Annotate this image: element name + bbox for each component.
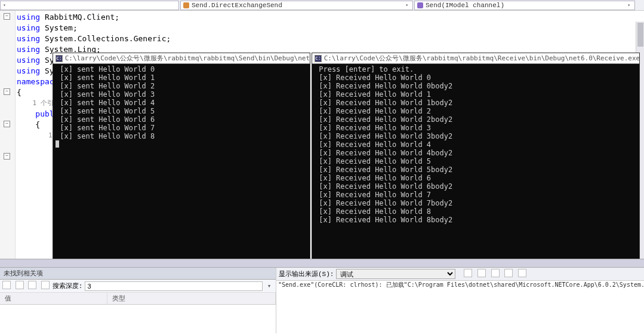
- tool-icon[interactable]: [41, 281, 50, 289]
- output-source-select[interactable]: 调试: [336, 269, 455, 279]
- console-icon: c:: [56, 55, 63, 62]
- gutter: − − − −: [0, 11, 16, 268]
- tool-icon[interactable]: [491, 269, 500, 277]
- tool-icon[interactable]: [2, 281, 11, 289]
- console-icon: c:: [315, 55, 322, 62]
- console-body[interactable]: Press [enter] to exit. [x] Received Hell…: [312, 64, 639, 225]
- method-icon: [417, 2, 423, 8]
- status-strip: [0, 259, 644, 268]
- bottom-panels: 未找到相关项 搜索深度: ▾ 值 类型 显示输出来源(S): 调试: [0, 268, 644, 333]
- dropdown-arrow-icon[interactable]: ▾: [265, 282, 273, 290]
- breadcrumb-bar: ▾ Send.DirectExchangeSend ▾ Send(IModel …: [0, 0, 644, 11]
- chevron-down-icon: ▾: [3, 2, 6, 8]
- tool-icon[interactable]: [518, 269, 526, 277]
- code-text: System;: [40, 23, 78, 32]
- grid-body[interactable]: [0, 305, 276, 333]
- scrollbar-thumb[interactable]: [637, 23, 643, 47]
- fold-icon[interactable]: −: [4, 13, 10, 20]
- chevron-down-icon: ▾: [405, 2, 408, 8]
- search-depth-input[interactable]: [85, 281, 263, 291]
- tool-icon[interactable]: [504, 269, 513, 277]
- console-send: c: C:\larry\Code\公众号\微服务\rabbitmq\rabbit…: [53, 53, 310, 277]
- tool-icon[interactable]: [464, 269, 472, 277]
- keyword: using: [17, 66, 40, 75]
- chevron-down-icon: ▾: [627, 2, 630, 8]
- output-tool-icons: [463, 269, 526, 279]
- search-tool-icons: [2, 281, 50, 291]
- column-header-value[interactable]: 值: [0, 293, 107, 304]
- code-text: System.Collections.Generic;: [40, 34, 171, 43]
- fold-icon[interactable]: −: [4, 121, 10, 127]
- tool-icon[interactable]: [477, 269, 486, 277]
- nav-scope-dropdown[interactable]: ▾: [0, 1, 179, 10]
- console-title-text: C:\larry\Code\公众号\微服务\rabbitmq\rabbitmq\…: [65, 54, 310, 63]
- output-panel: 显示输出来源(S): 调试 "Send.exe"(CoreCLR: clrhos…: [276, 268, 644, 333]
- console-receive: c: C:\larry\Code\公众号\微服务\rabbitmq\rabbit…: [312, 53, 640, 277]
- nav-class-value: Send.DirectExchangeSend: [192, 2, 282, 9]
- keyword: using: [17, 56, 40, 65]
- grid-header: 值 类型: [0, 293, 276, 305]
- console-title-bar[interactable]: c: C:\larry\Code\公众号\微服务\rabbitmq\rabbit…: [53, 53, 310, 64]
- console-title-bar[interactable]: c: C:\larry\Code\公众号\微服务\rabbitmq\rabbit…: [312, 53, 639, 64]
- console-body[interactable]: [x] sent Hello World 0 [x] sent Hello Wo…: [53, 64, 310, 151]
- search-depth-label: 搜索深度:: [53, 281, 83, 290]
- watch-panel: 未找到相关项 搜索深度: ▾ 值 类型: [0, 268, 276, 333]
- panel-tab[interactable]: 未找到相关项: [0, 268, 276, 280]
- tool-icon[interactable]: [16, 281, 24, 289]
- fold-icon[interactable]: −: [4, 88, 10, 95]
- console-title-text: C:\larry\Code\公众号\微服务\rabbitmq\rabbitmq\…: [324, 54, 639, 63]
- nav-class-dropdown[interactable]: Send.DirectExchangeSend ▾: [180, 1, 413, 10]
- keyword: using: [17, 34, 40, 43]
- search-bar: 搜索深度: ▾: [0, 280, 276, 293]
- fold-icon[interactable]: −: [4, 153, 10, 160]
- nav-method-dropdown[interactable]: Send(IModel channel) ▾: [414, 1, 635, 10]
- code-text: RabbitMQ.Client;: [40, 13, 119, 22]
- tool-icon[interactable]: [28, 281, 36, 289]
- output-source-label: 显示输出来源(S):: [279, 269, 334, 278]
- class-icon: [183, 2, 189, 8]
- keyword: using: [17, 13, 40, 22]
- column-header-type[interactable]: 类型: [107, 293, 276, 304]
- keyword: using: [17, 45, 40, 54]
- output-toolbar: 显示输出来源(S): 调试: [276, 268, 644, 281]
- output-body[interactable]: "Send.exe"(CoreCLR: clrhost): 已加载"C:\Pro…: [276, 281, 644, 333]
- nav-method-value: Send(IModel channel): [426, 2, 504, 9]
- keyword: using: [17, 23, 40, 32]
